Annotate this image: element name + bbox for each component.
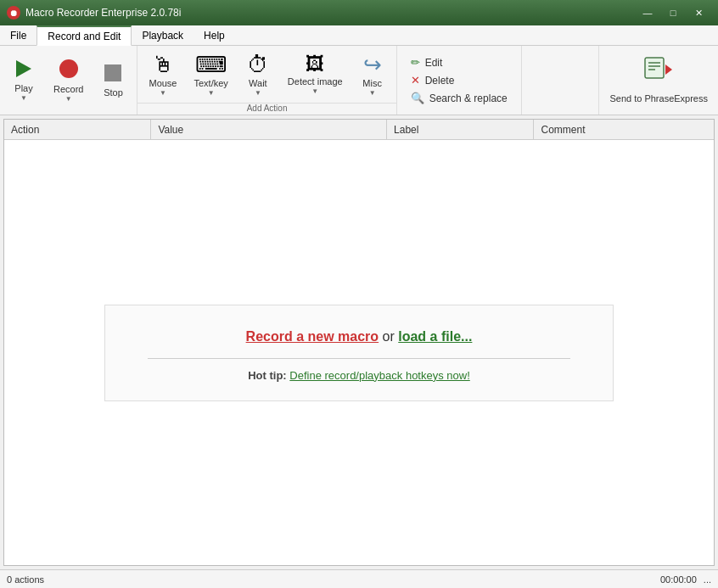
mouse-button[interactable]: 🖱 Mouse ▼ bbox=[141, 49, 184, 101]
play-button[interactable]: Play ▼ bbox=[3, 49, 44, 113]
record-label: Record bbox=[53, 84, 83, 94]
textkey-arrow: ▼ bbox=[208, 89, 215, 97]
send-phraseexpress-button[interactable]: Send to PhraseExpress bbox=[598, 46, 718, 115]
title-controls: — □ ✕ bbox=[635, 4, 711, 21]
edit-button[interactable]: ✏ Edit bbox=[407, 54, 446, 70]
detect-image-arrow: ▼ bbox=[311, 87, 318, 95]
record-arrow: ▼ bbox=[65, 95, 72, 103]
detect-image-icon: 🖼 bbox=[306, 55, 324, 74]
stop-label: Stop bbox=[104, 87, 123, 98]
status-bar: 0 actions 00:00:00 ... bbox=[0, 569, 718, 588]
col-action: Action bbox=[4, 120, 151, 139]
mouse-label: Mouse bbox=[149, 78, 177, 88]
phraseexpress-label: Send to PhraseExpress bbox=[609, 92, 708, 104]
play-icon bbox=[16, 60, 31, 81]
search-replace-label: Search & replace bbox=[429, 92, 508, 104]
title-text: Macro Recorder Enterprise 2.0.78i bbox=[25, 7, 181, 19]
actions-count: 0 actions bbox=[7, 574, 44, 585]
define-hotkeys-link[interactable]: Define record/playback hotkeys now! bbox=[289, 369, 469, 382]
search-replace-icon: 🔍 bbox=[411, 92, 424, 104]
col-comment: Comment bbox=[534, 120, 714, 139]
misc-label: Misc bbox=[362, 78, 382, 88]
phraseexpress-icon bbox=[643, 56, 674, 89]
add-action-section: 🖱 Mouse ▼ ⌨ Text/key ▼ ⏱ Wait ▼ 🖼 Detect… bbox=[137, 46, 396, 115]
mouse-arrow: ▼ bbox=[160, 89, 166, 97]
svg-marker-4 bbox=[665, 64, 672, 75]
misc-icon: ↪ bbox=[363, 53, 382, 76]
record-new-macro-link[interactable]: Record a new macro bbox=[246, 329, 379, 344]
col-label: Label bbox=[387, 120, 534, 139]
center-card-line1: Record a new macro or load a file... bbox=[148, 329, 570, 344]
close-button[interactable]: ✕ bbox=[686, 4, 711, 21]
delete-button[interactable]: ✕ Delete bbox=[407, 72, 458, 88]
wait-icon: ⏱ bbox=[247, 53, 269, 76]
add-action-label: Add Action bbox=[137, 103, 395, 115]
menu-help[interactable]: Help bbox=[194, 25, 235, 45]
playback-section: Play ▼ Record ▼ Stop bbox=[0, 46, 137, 115]
timer-display: 00:00:00 bbox=[660, 574, 697, 585]
record-icon bbox=[59, 59, 78, 81]
textkey-label: Text/key bbox=[194, 78, 228, 88]
center-divider bbox=[148, 358, 570, 359]
menu-file[interactable]: File bbox=[0, 25, 36, 45]
stop-icon bbox=[104, 64, 121, 85]
search-replace-button[interactable]: 🔍 Search & replace bbox=[407, 90, 511, 106]
edit-icon: ✏ bbox=[411, 56, 420, 69]
status-right: 00:00:00 ... bbox=[660, 574, 711, 585]
misc-button[interactable]: ↪ Misc ▼ bbox=[352, 49, 393, 101]
edit-label: Edit bbox=[425, 57, 443, 69]
add-action-buttons: 🖱 Mouse ▼ ⌨ Text/key ▼ ⏱ Wait ▼ 🖼 Detect… bbox=[137, 46, 395, 103]
center-card: Record a new macro or load a file... Hot… bbox=[104, 305, 614, 401]
detect-image-label: Detect image bbox=[288, 76, 343, 87]
play-arrow: ▼ bbox=[20, 94, 27, 102]
title-bar: ⏺ Macro Recorder Enterprise 2.0.78i — □ … bbox=[0, 0, 718, 25]
or-text: or bbox=[383, 329, 399, 344]
status-dots: ... bbox=[704, 574, 711, 585]
svg-rect-0 bbox=[645, 58, 664, 78]
menu-record-and-edit[interactable]: Record and Edit bbox=[36, 25, 132, 46]
toolbar: Play ▼ Record ▼ Stop 🖱 Mouse bbox=[0, 46, 718, 115]
edit-section: ✏ Edit ✕ Delete 🔍 Search & replace bbox=[397, 46, 522, 115]
delete-icon: ✕ bbox=[411, 74, 420, 87]
wait-label: Wait bbox=[249, 78, 267, 88]
menu-bar: File Record and Edit Playback Help bbox=[0, 25, 718, 46]
detect-image-button[interactable]: 🖼 Detect image ▼ bbox=[280, 49, 351, 101]
play-label: Play bbox=[14, 83, 32, 93]
center-card-line2: Hot tip: Define record/playback hotkeys … bbox=[148, 369, 570, 382]
load-file-link[interactable]: load a file... bbox=[398, 329, 472, 344]
delete-label: Delete bbox=[425, 75, 455, 87]
title-bar-left: ⏺ Macro Recorder Enterprise 2.0.78i bbox=[7, 6, 181, 20]
content-area: Action Value Label Comment Record a new … bbox=[3, 119, 715, 566]
stop-button[interactable]: Stop bbox=[93, 49, 133, 113]
mouse-icon: 🖱 bbox=[152, 53, 174, 76]
record-button[interactable]: Record ▼ bbox=[46, 49, 91, 113]
hot-tip-label: Hot tip: bbox=[248, 369, 286, 382]
table-body: Record a new macro or load a file... Hot… bbox=[4, 140, 714, 565]
misc-arrow: ▼ bbox=[369, 89, 376, 97]
app-icon: ⏺ bbox=[7, 6, 20, 20]
wait-button[interactable]: ⏱ Wait ▼ bbox=[238, 49, 278, 101]
maximize-button[interactable]: □ bbox=[660, 4, 686, 21]
col-value: Value bbox=[151, 120, 387, 139]
table-header: Action Value Label Comment bbox=[4, 120, 714, 140]
menu-playback[interactable]: Playback bbox=[132, 25, 194, 45]
toolbar-spacer bbox=[522, 46, 599, 115]
minimize-button[interactable]: — bbox=[635, 4, 660, 21]
textkey-icon: ⌨ bbox=[195, 53, 227, 76]
playback-buttons: Play ▼ Record ▼ Stop bbox=[0, 46, 137, 115]
edit-buttons: ✏ Edit ✕ Delete 🔍 Search & replace bbox=[404, 51, 514, 109]
textkey-button[interactable]: ⌨ Text/key ▼ bbox=[187, 49, 236, 101]
wait-arrow: ▼ bbox=[255, 89, 261, 97]
